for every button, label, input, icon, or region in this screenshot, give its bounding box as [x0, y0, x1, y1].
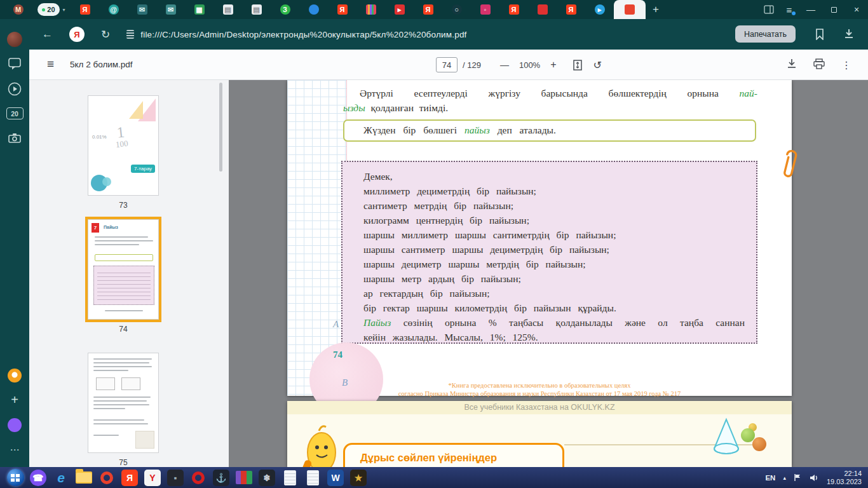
taskbar-clock[interactable]: 22:14 19.03.2023 — [827, 470, 862, 486]
tab-stripes[interactable] — [356, 0, 385, 19]
tab-mail-2[interactable]: ✉ — [156, 0, 185, 19]
volume-icon[interactable] — [809, 473, 819, 482]
tab-red-2[interactable]: ◦ — [471, 0, 499, 19]
pdf-download-button[interactable] — [787, 58, 797, 72]
chat-button[interactable] — [0, 51, 29, 76]
sidebar-scrollbar[interactable] — [219, 83, 222, 172]
hidden-icons-chevron[interactable]: ▴ — [783, 475, 786, 481]
video-button[interactable] — [0, 76, 29, 101]
document-icon[interactable] — [301, 467, 324, 488]
flag-icon[interactable] — [794, 473, 801, 482]
new-tab-button[interactable]: + — [646, 0, 666, 19]
add-service-button[interactable]: + — [0, 388, 29, 412]
viber-icon[interactable]: ☎ — [27, 467, 50, 488]
notepad-icon[interactable] — [278, 467, 301, 488]
winrar-icon[interactable] — [233, 467, 255, 488]
thumbnail-74[interactable]: 7 Пайыз 74 — [85, 219, 161, 334]
tab-mail-2-favicon: ✉ — [166, 4, 176, 15]
text-run: қолданған тиімді. — [371, 102, 449, 113]
maximize-button[interactable] — [822, 0, 845, 19]
tab-pdf-active[interactable] — [614, 0, 646, 19]
tab-yandex-3[interactable]: Я — [414, 0, 442, 19]
minimize-button[interactable]: — — [799, 0, 822, 19]
purple-app-icon — [8, 418, 22, 432]
print-page-button[interactable]: Напечатать — [735, 25, 796, 43]
tab-yandex-4[interactable]: Я — [499, 0, 528, 19]
rotate-button[interactable]: ↺ — [593, 59, 602, 71]
side-panel-button[interactable] — [759, 0, 779, 19]
thumbnail-75-label: 75 — [85, 458, 161, 467]
browser-menu-button[interactable]: ≡ — [779, 0, 799, 19]
bookmark-button[interactable] — [815, 29, 825, 43]
back-button[interactable]: ← — [42, 28, 53, 41]
tab-yandex-5-favicon: Я — [566, 4, 576, 15]
tab-mailru[interactable]: @ — [99, 0, 128, 19]
tab-doc-2[interactable]: ▤ — [242, 0, 271, 19]
tab-counter-button[interactable]: 20 — [0, 101, 29, 126]
tab-counter[interactable]: 20▾ — [32, 0, 71, 19]
page-number-input[interactable]: 74 — [436, 57, 458, 72]
minimize-icon: — — [806, 4, 815, 15]
pdf-more-button[interactable]: ⋮ — [841, 59, 851, 71]
thumbnail-75[interactable]: 75 — [85, 353, 161, 467]
ring-shape — [100, 471, 113, 484]
dark-app-icon-glyph: ▪ — [167, 470, 184, 486]
word-icon[interactable]: W — [324, 467, 347, 488]
refresh-button[interactable]: ↻ — [101, 28, 110, 41]
yandex-browser-icon[interactable]: Я — [118, 467, 141, 488]
file-explorer-icon[interactable] — [72, 467, 95, 488]
disk-app-button[interactable] — [0, 363, 29, 388]
tab-yandex-5[interactable]: Я — [557, 0, 585, 19]
snowflake-app-icon[interactable]: ❄ — [255, 467, 278, 488]
tab-red-1[interactable]: ▸ — [385, 0, 414, 19]
anchor-app-icon[interactable]: ⚓ — [210, 467, 233, 488]
screenshot-button[interactable] — [0, 126, 29, 151]
clock-date: 19.03.2023 — [827, 478, 862, 486]
tab-yandex-2[interactable]: Я — [328, 0, 356, 19]
internet-explorer-icon[interactable]: e — [50, 467, 72, 488]
tab-doc-1[interactable]: ▤ — [214, 0, 242, 19]
text-line-placeholder — [95, 240, 153, 241]
tab-z[interactable]: З — [271, 0, 299, 19]
yandex-home-button[interactable]: Я — [69, 27, 85, 42]
pdf-print-button[interactable] — [813, 58, 825, 72]
start-button[interactable] — [4, 467, 27, 488]
assistant-button[interactable] — [0, 412, 29, 437]
fit-page-button[interactable] — [573, 60, 582, 71]
downloads-button[interactable] — [844, 29, 854, 42]
tab-profile[interactable]: M — [4, 0, 32, 19]
page-total: / 129 — [463, 60, 481, 70]
tab-red-3[interactable] — [528, 0, 557, 19]
tab-yandex-1[interactable]: Я — [71, 0, 99, 19]
pdf-viewport[interactable]: Әртүрлі есептеулерді жүргізу барысында б… — [229, 80, 868, 467]
more-services-button[interactable]: ⋯ — [0, 437, 29, 462]
tab-yandex-2-favicon: Я — [337, 4, 348, 15]
tab-blue[interactable] — [299, 0, 328, 19]
mini-table — [96, 377, 115, 390]
compass-game-icon[interactable]: ★ — [347, 467, 370, 488]
camera-icon — [8, 133, 21, 144]
opera-red-icon[interactable] — [187, 467, 210, 488]
profile-button[interactable] — [0, 27, 29, 51]
text-line-placeholder — [93, 404, 149, 405]
pdf-page-74: Әртүрлі есептеулерді жүргізу барысында б… — [287, 80, 792, 396]
opera-icon[interactable] — [95, 467, 118, 488]
tab-dark-ring[interactable]: ○ — [442, 0, 471, 19]
dark-app-icon[interactable]: ▪ — [164, 467, 187, 488]
avatar — [7, 32, 22, 47]
tab-telegram[interactable]: ▸ — [585, 0, 614, 19]
document-shape — [284, 470, 296, 485]
pdf-sidebar-toggle[interactable]: ≡ — [47, 57, 54, 71]
mascot-illustration — [299, 423, 344, 467]
tab-green-sheet[interactable]: ▦ — [185, 0, 214, 19]
close-button[interactable]: × — [845, 0, 868, 19]
yandex-y-icon[interactable]: Y — [141, 467, 164, 488]
tab-mail-1[interactable]: ✉ — [128, 0, 156, 19]
zoom-out-button[interactable]: — — [500, 60, 509, 70]
language-indicator[interactable]: EN — [765, 474, 775, 482]
note-line: ар гектардың бір пайызын; — [363, 286, 745, 301]
zoom-in-button[interactable]: + — [550, 59, 556, 71]
thumbnail-73[interactable]: 0.01% 1 100 7-тарау 73 — [85, 95, 161, 210]
address-bar[interactable]: file:///C:/Users/Admin/Desktop/электронд… — [126, 30, 466, 39]
text-line-placeholder — [93, 408, 125, 409]
